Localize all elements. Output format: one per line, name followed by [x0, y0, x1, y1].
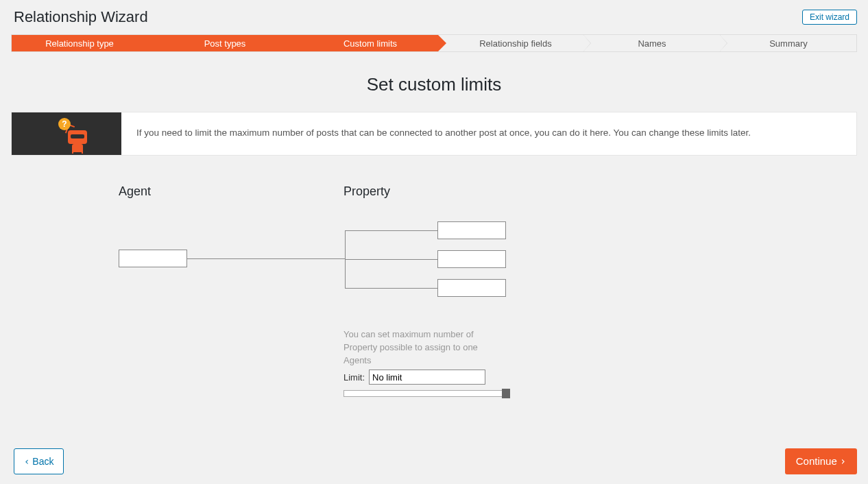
continue-button-label: Continue — [796, 455, 837, 467]
robot-illustration: ? — [12, 112, 121, 155]
chevron-right-icon: › — [840, 455, 846, 468]
slider-thumb[interactable] — [502, 389, 510, 398]
step-names[interactable]: Names — [584, 35, 721, 51]
step-post-types[interactable]: Post types — [147, 35, 293, 51]
info-panel: ? If you need to limit the maximum numbe… — [11, 112, 857, 156]
step-summary[interactable]: Summary — [721, 35, 856, 51]
limit-label: Limit: — [343, 372, 365, 383]
info-text: If you need to limit the maximum number … — [121, 112, 766, 155]
agent-box — [119, 250, 187, 267]
property-box-3 — [437, 279, 506, 297]
limit-slider[interactable] — [343, 389, 510, 398]
step-label: Names — [638, 38, 666, 49]
chevron-left-icon: ‹ — [24, 456, 29, 467]
back-button[interactable]: ‹ Back — [14, 448, 64, 474]
agent-column-header: Agent — [119, 184, 151, 199]
property-column-header: Property — [343, 184, 390, 199]
step-label: Relationship type — [45, 38, 114, 49]
step-label: Post types — [204, 38, 246, 49]
step-label: Relationship fields — [479, 38, 552, 49]
step-custom-limits[interactable]: Custom limits — [293, 35, 438, 51]
step-label: Custom limits — [343, 38, 397, 49]
slider-track[interactable] — [343, 390, 503, 397]
property-box-1 — [437, 221, 506, 239]
step-label: Summary — [769, 38, 808, 49]
limit-input[interactable] — [369, 370, 485, 385]
wizard-steps: Relationship type Post types Custom limi… — [11, 34, 857, 52]
continue-button[interactable]: Continue › — [785, 448, 857, 474]
back-button-label: Back — [32, 456, 53, 467]
question-icon: ? — [58, 118, 71, 130]
page-title: Relationship Wizard — [14, 8, 148, 26]
property-box-2 — [437, 250, 506, 268]
limit-help-text: You can set maximum number of Property p… — [343, 328, 487, 367]
step-relationship-fields[interactable]: Relationship fields — [438, 35, 584, 51]
step-relationship-type[interactable]: Relationship type — [12, 35, 147, 51]
exit-wizard-button[interactable]: Exit wizard — [802, 10, 857, 25]
section-heading: Set custom limits — [0, 74, 868, 95]
